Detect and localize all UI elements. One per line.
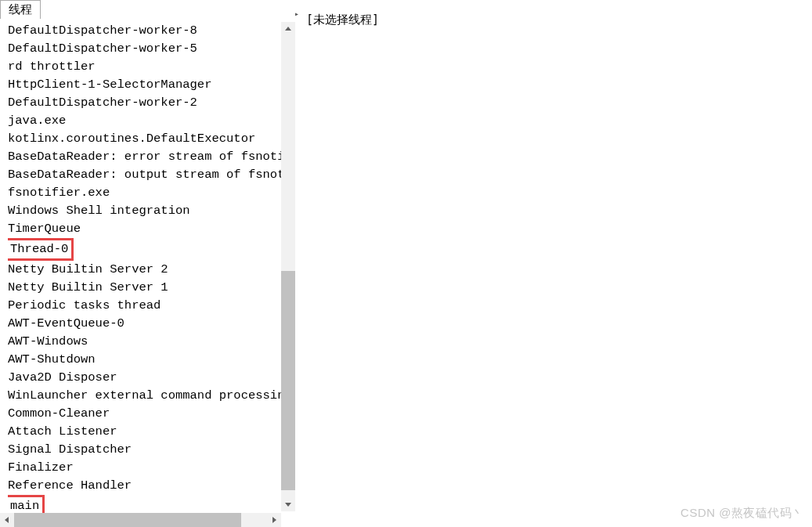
thread-item[interactable]: DefaultDispatcher-worker-5	[8, 40, 295, 58]
detail-panel: ▸ [未选择线程]	[296, 0, 812, 527]
tab-bar: 线程	[0, 0, 295, 22]
thread-item[interactable]: HttpClient-1-SelectorManager	[8, 76, 295, 94]
thread-item[interactable]: Periodic tasks thread	[8, 297, 295, 315]
thread-item[interactable]: Attach Listener	[8, 423, 295, 441]
thread-item[interactable]: Common-Cleaner	[8, 405, 295, 423]
vertical-scrollbar[interactable]	[281, 22, 295, 511]
thread-item[interactable]: Windows Shell integration	[8, 202, 295, 220]
caret-icon: ▸	[294, 9, 299, 18]
thread-item[interactable]: Signal Dispatcher	[8, 441, 295, 459]
scroll-down-icon[interactable]	[281, 497, 295, 511]
scroll-left-icon[interactable]	[0, 513, 14, 527]
thread-item[interactable]: Java2D Disposer	[8, 369, 295, 387]
thread-item[interactable]: java.exe	[8, 112, 295, 130]
thread-item[interactable]: fsnotifier.exe	[8, 184, 295, 202]
horizontal-scrollbar[interactable]	[0, 513, 281, 527]
thread-item[interactable]: BaseDataReader: output stream of fsnot	[8, 166, 295, 184]
thread-item[interactable]: AWT-Shutdown	[8, 351, 295, 369]
thread-item[interactable]: BaseDataReader: error stream of fsnoti	[8, 148, 295, 166]
thread-item[interactable]: Thread-0	[8, 238, 295, 261]
no-selection-text: [未选择线程]	[306, 13, 808, 27]
watermark-text: CSDN @熬夜磕代码丶	[680, 506, 804, 521]
thread-item[interactable]: Reference Handler	[8, 477, 295, 495]
thread-item[interactable]: Netty Builtin Server 2	[8, 261, 295, 279]
thread-item[interactable]: DefaultDispatcher-worker-8	[8, 22, 295, 40]
thread-item[interactable]: DefaultDispatcher-worker-2	[8, 94, 295, 112]
thread-list[interactable]: DefaultDispatcher-worker-8DefaultDispatc…	[0, 22, 295, 527]
thread-item[interactable]: AWT-Windows	[8, 333, 295, 351]
scroll-thumb-horizontal[interactable]	[14, 513, 241, 527]
thread-item[interactable]: Finalizer	[8, 459, 295, 477]
thread-item[interactable]: kotlinx.coroutines.DefaultExecutor	[8, 130, 295, 148]
thread-item[interactable]: Netty Builtin Server 1	[8, 279, 295, 297]
thread-item[interactable]: AWT-EventQueue-0	[8, 315, 295, 333]
scroll-thumb-vertical[interactable]	[281, 271, 295, 490]
thread-panel: 线程 DefaultDispatcher-worker-8DefaultDisp…	[0, 0, 296, 527]
thread-item[interactable]: rd throttler	[8, 58, 295, 76]
thread-item[interactable]: TimerQueue	[8, 220, 295, 238]
thread-name-highlighted: Thread-0	[8, 238, 74, 261]
scroll-up-icon[interactable]	[281, 22, 295, 36]
tab-threads[interactable]: 线程	[0, 0, 41, 19]
thread-item[interactable]: WinLauncher external command processin	[8, 387, 295, 405]
scroll-right-icon[interactable]	[267, 513, 281, 527]
